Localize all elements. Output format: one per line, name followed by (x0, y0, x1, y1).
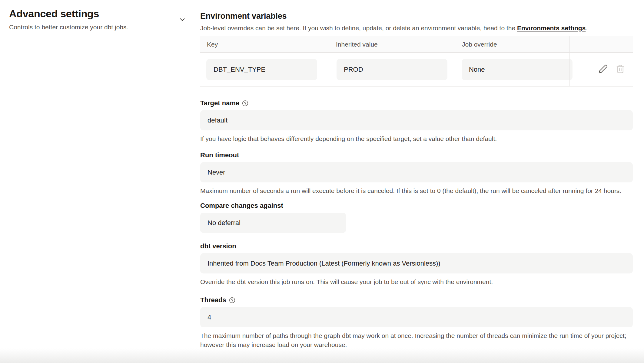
table-row: DBT_ENV_TYPE PROD None (200, 53, 633, 87)
edit-icon (598, 64, 608, 75)
dbt-version-value: Inherited from Docs Team Production (Lat… (207, 260, 440, 267)
target-name-helper: If you have logic that behaves different… (200, 134, 633, 143)
table-header-row: Key Inherited value Job override (200, 36, 633, 53)
cell-job-override: None (455, 59, 569, 80)
threads-value: 4 (207, 313, 211, 321)
section-description-period: . (586, 25, 587, 31)
cell-inherited-value: PROD (329, 59, 455, 80)
cell-key: DBT_ENV_TYPE (200, 59, 329, 80)
target-name-input[interactable]: default (200, 110, 633, 130)
run-timeout-value: Never (207, 168, 225, 176)
delete-icon (616, 64, 625, 74)
threads-helper: The maximum number of paths through the … (200, 331, 633, 349)
threads-label-row: Threads (200, 296, 633, 304)
run-timeout-label-row: Run timeout (200, 151, 633, 159)
env-var-inherited-value: PROD (337, 59, 447, 80)
advanced-settings-panel: Advanced settings Controls to better cus… (9, 8, 174, 31)
column-header-job-override: Job override (455, 41, 569, 48)
section-description: Job-level overrides can be set here. If … (200, 24, 633, 32)
threads-input[interactable]: 4 (200, 307, 633, 327)
env-var-key-value: DBT_ENV_TYPE (206, 59, 317, 80)
dbt-version-label: dbt version (200, 242, 236, 250)
section-heading: Environment variables (200, 11, 633, 21)
target-name-label: Target name (200, 99, 239, 107)
compare-changes-value: No deferral (207, 219, 241, 227)
dbt-version-select[interactable]: Inherited from Docs Team Production (Lat… (200, 253, 633, 273)
cell-row-actions (569, 53, 633, 86)
section-description-text: Job-level overrides can be set here. If … (200, 25, 517, 31)
edit-env-var-button[interactable] (598, 64, 608, 75)
page-title: Advanced settings (9, 8, 174, 20)
env-var-job-override-value: None (462, 59, 573, 80)
environments-settings-link[interactable]: Environments settings (517, 25, 586, 31)
chevron-down-icon (178, 16, 186, 25)
column-header-actions (569, 36, 633, 52)
delete-env-var-button[interactable] (616, 64, 625, 74)
dbt-version-helper: Override the dbt version this job runs o… (200, 277, 633, 286)
run-timeout-select[interactable]: Never (200, 162, 633, 182)
compare-changes-label: Compare changes against (200, 202, 283, 210)
threads-label: Threads (200, 296, 226, 304)
page-description: Controls to better customize your dbt jo… (9, 24, 174, 31)
page-bottom-fade (0, 348, 644, 363)
run-timeout-helper: Maximum number of seconds a run will exe… (200, 186, 633, 195)
compare-changes-select[interactable]: No deferral (200, 213, 346, 233)
target-name-value: default (207, 116, 227, 124)
compare-changes-label-row: Compare changes against (200, 202, 633, 210)
environment-variables-section: Environment variables Job-level override… (200, 11, 633, 349)
column-header-inherited-value: Inherited value (329, 41, 455, 48)
help-circle-icon[interactable] (242, 100, 248, 106)
target-name-label-row: Target name (200, 99, 633, 107)
help-circle-icon[interactable] (229, 297, 235, 303)
column-header-key: Key (200, 41, 329, 48)
environment-variables-table: Key Inherited value Job override DBT_ENV… (200, 36, 633, 87)
dbt-version-label-row: dbt version (200, 242, 633, 250)
run-timeout-label: Run timeout (200, 151, 239, 159)
section-collapse-button[interactable] (177, 15, 188, 25)
